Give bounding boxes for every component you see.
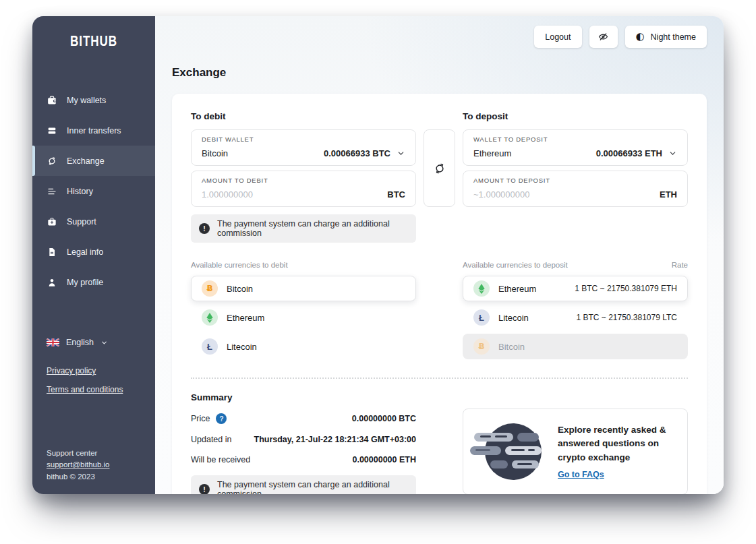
wallet-icon bbox=[47, 95, 57, 106]
currency-name: Bitcoin bbox=[227, 284, 253, 294]
deposit-amount-field: AMOUNT TO DEPOSIT ETH bbox=[463, 171, 688, 207]
warning-icon: ! bbox=[199, 223, 210, 234]
illustration-bar bbox=[490, 460, 508, 469]
received-value: 0.00000000 ETH bbox=[352, 455, 416, 464]
sidebar-item-label: Exchange bbox=[67, 156, 105, 166]
currency-name: Ethereum bbox=[227, 313, 264, 323]
deposit-amount-input[interactable] bbox=[473, 189, 660, 200]
night-theme-button[interactable]: ◐ Night theme bbox=[625, 26, 707, 48]
document-icon bbox=[47, 247, 57, 258]
warning-icon: ! bbox=[199, 484, 210, 494]
currency-option-bitcoin[interactable]: Ƀ Bitcoin bbox=[191, 276, 416, 301]
summary-row-updated: Updated in Thursday, 21-Jul-22 18:21:34 … bbox=[191, 435, 416, 444]
currency-option-ethereum[interactable]: Ethereum bbox=[191, 305, 416, 330]
sidebar-item-label: Support bbox=[67, 217, 96, 226]
deposit-option-ethereum[interactable]: Ethereum 1 BTC ~ 21750.381079 ETH bbox=[463, 276, 688, 301]
deposit-section-title: To deposit bbox=[463, 111, 688, 121]
sidebar-item-inner-transfers[interactable]: Inner transfers bbox=[32, 115, 155, 146]
summary-row-price: Price ? 0.00000000 BTC bbox=[191, 413, 416, 424]
price-value: 0.00000000 BTC bbox=[352, 414, 416, 423]
currencies-section: Available currencies to debit Ƀ Bitcoin … bbox=[191, 261, 688, 363]
app-logo: BITHUB bbox=[38, 16, 149, 49]
language-selector[interactable]: English bbox=[32, 338, 155, 347]
illustration-bar bbox=[474, 433, 513, 442]
sidebar-item-label: My wallets bbox=[67, 96, 106, 105]
page-title: Exchange bbox=[172, 66, 707, 80]
sidebar-item-exchange[interactable]: Exchange bbox=[32, 146, 155, 176]
deposit-wallet-select[interactable]: WALLET TO DEPOSIT Ethereum 0.00066933 ET… bbox=[463, 129, 688, 166]
ethereum-icon bbox=[473, 280, 490, 297]
bitcoin-icon: Ƀ bbox=[473, 338, 490, 355]
language-label: English bbox=[66, 338, 94, 347]
deposit-option-litecoin[interactable]: Ł Litecoin 1 BTC ~ 21750.381079 LTC bbox=[463, 305, 688, 330]
transfers-icon bbox=[47, 125, 57, 136]
debit-wallet-select[interactable]: DEBIT WALLET Bitcoin 0.00066933 BTC bbox=[191, 129, 416, 166]
deposit-option-bitcoin-disabled: Ƀ Bitcoin bbox=[463, 334, 688, 359]
sidebar-item-support[interactable]: Support bbox=[32, 206, 155, 237]
sidebar-item-legal-info[interactable]: Legal info bbox=[32, 237, 155, 267]
illustration-bar bbox=[505, 446, 542, 455]
hide-balances-button[interactable] bbox=[589, 26, 618, 48]
sidebar-nav: My wallets Inner transfers Exchange Hi bbox=[32, 85, 155, 297]
sidebar-item-my-wallets[interactable]: My wallets bbox=[32, 85, 155, 115]
chevron-down-icon bbox=[668, 149, 677, 158]
currency-option-litecoin[interactable]: Ł Litecoin bbox=[191, 334, 416, 359]
rate-column-label: Rate bbox=[672, 261, 688, 269]
sidebar-item-history[interactable]: History bbox=[32, 176, 155, 206]
summary-row-received: Will be received 0.00000000 ETH bbox=[191, 455, 416, 464]
swap-currencies-button[interactable] bbox=[424, 129, 455, 207]
debit-currencies-label: Available currencies to debit bbox=[191, 261, 288, 269]
sidebar-item-label: Legal info bbox=[67, 247, 103, 257]
logout-button[interactable]: Logout bbox=[534, 26, 581, 48]
exchange-rate: 1 BTC ~ 21750.381079 ETH bbox=[575, 284, 677, 293]
debit-amount-input[interactable] bbox=[202, 189, 387, 200]
swap-icon bbox=[433, 162, 446, 175]
help-icon[interactable]: ? bbox=[216, 413, 227, 424]
illustration-bar bbox=[512, 460, 539, 469]
commission-notice: ! The payment system can charge an addit… bbox=[191, 475, 416, 494]
debit-wallet-label: DEBIT WALLET bbox=[202, 135, 405, 143]
debit-fields: DEBIT WALLET Bitcoin 0.00066933 BTC AMOU… bbox=[191, 129, 416, 207]
chevron-down-icon bbox=[397, 149, 405, 158]
illustration-bar bbox=[470, 446, 501, 455]
main-area: Logout ◐ Night theme Exchange To debit T… bbox=[155, 16, 724, 494]
commission-notice: ! The payment system can charge an addit… bbox=[191, 214, 416, 243]
debit-currencies: Available currencies to debit Ƀ Bitcoin … bbox=[191, 261, 416, 363]
exchange-rate: 1 BTC ~ 21750.381079 LTC bbox=[576, 313, 677, 322]
logout-label: Logout bbox=[545, 32, 571, 42]
go-to-faqs-link[interactable]: Go to FAQs bbox=[558, 470, 604, 479]
debit-amount-label: AMOUNT TO DEBIT bbox=[202, 177, 405, 184]
debit-currency-code: BTC bbox=[387, 189, 405, 200]
commission-notice-text: The payment system can charge an additio… bbox=[217, 480, 408, 494]
sidebar: BITHUB My wallets Inner transfers Excha bbox=[32, 16, 155, 494]
active-indicator bbox=[32, 146, 35, 176]
privacy-policy-link[interactable]: Privacy policy bbox=[47, 366, 155, 375]
eye-off-icon bbox=[598, 31, 609, 42]
price-label: Price bbox=[191, 414, 210, 423]
exchange-card: To debit To deposit DEBIT WALLET Bitcoin… bbox=[172, 94, 707, 494]
exchange-form: To debit To deposit DEBIT WALLET Bitcoin… bbox=[191, 111, 688, 243]
support-center-label: Support center bbox=[47, 448, 147, 460]
deposit-wallet-label: WALLET TO DEPOSIT bbox=[473, 135, 677, 143]
deposit-currency-code: ETH bbox=[660, 189, 677, 200]
deposit-amount-label: AMOUNT TO DEPOSIT bbox=[473, 177, 677, 184]
support-icon bbox=[47, 216, 57, 227]
litecoin-icon: Ł bbox=[202, 338, 218, 355]
commission-notice-text: The payment system can charge an additio… bbox=[217, 219, 408, 238]
currency-name: Ethereum bbox=[498, 284, 536, 294]
deposit-fields: WALLET TO DEPOSIT Ethereum 0.00066933 ET… bbox=[463, 129, 688, 207]
illustration-bar bbox=[517, 433, 539, 442]
support-email-link[interactable]: support@bithub.io bbox=[47, 460, 110, 469]
debit-wallet-balance: 0.00066933 BTC bbox=[324, 148, 390, 158]
summary-details: Summary Price ? 0.00000000 BTC Updated i… bbox=[191, 392, 416, 494]
terms-link[interactable]: Terms and conditions bbox=[47, 385, 155, 394]
summary-title: Summary bbox=[191, 392, 416, 402]
currency-name: Litecoin bbox=[227, 342, 257, 352]
deposit-currencies: Available currencies to deposit Rate Eth… bbox=[463, 261, 688, 363]
ethereum-icon bbox=[202, 309, 218, 326]
currency-name: Bitcoin bbox=[498, 342, 525, 352]
debit-wallet-name: Bitcoin bbox=[202, 148, 228, 158]
sidebar-item-my-profile[interactable]: My profile bbox=[32, 267, 155, 297]
sidebar-item-label: My profile bbox=[67, 278, 103, 287]
night-theme-label: Night theme bbox=[651, 32, 696, 42]
